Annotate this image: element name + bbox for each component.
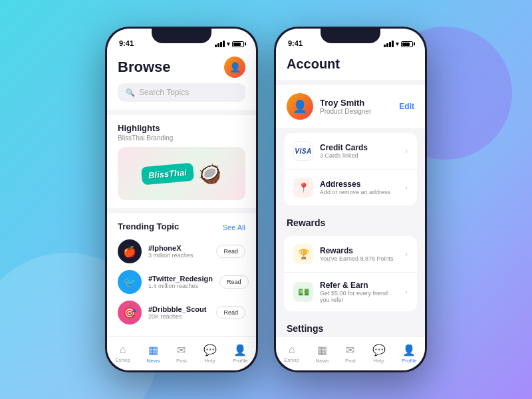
read-button-dribbble[interactable]: Read [216, 306, 245, 319]
highlights-title: Highlights [118, 123, 245, 133]
signal-icon [215, 41, 225, 47]
profile-icon-browse: 👤 [233, 344, 247, 356]
addresses-sub: Add or remove an address [320, 189, 398, 196]
user-role: Product Designer [320, 108, 392, 115]
nav-post-account[interactable]: ✉ Post [345, 344, 356, 364]
news-icon-account: ▦ [317, 344, 327, 356]
wifi-icon-account: ▾ [396, 41, 399, 47]
edit-profile-button[interactable]: Edit [399, 102, 414, 111]
notch [152, 29, 211, 43]
nav-eshop-browse[interactable]: ⌂ Eshop [115, 344, 130, 363]
credit-cards-text: Credit Cards 3 Cards linked [320, 143, 398, 159]
credit-cards-item[interactable]: VISA Credit Cards 3 Cards linked › [284, 133, 417, 170]
topic-name-twitter: #Twitter_Redesign [148, 275, 213, 283]
user-info: Troy Smith Product Designer [320, 98, 392, 115]
notch-account [321, 29, 380, 43]
wifi-icon: ▾ [227, 41, 230, 47]
highlights-sub: BlissThai Branding [118, 134, 245, 142]
chevron-refer: › [405, 287, 408, 297]
signal-icon-account [384, 41, 394, 47]
nav-help-browse[interactable]: 💬 Help [203, 344, 217, 364]
nav-profile-browse[interactable]: 👤 Profile [233, 344, 248, 364]
post-icon: ✉ [177, 344, 186, 356]
rewards-group: 🏆 Rewards You've Earned 8,876 Points › 💵… [284, 236, 417, 311]
refer-earn-item[interactable]: 💵 Refer & Earn Get $5.00 for every frien… [284, 273, 417, 311]
battery-icon-account [401, 41, 413, 47]
rewards-sub: You've Earned 8,876 Points [320, 255, 398, 262]
account-content-area: Account 👤 Troy Smith Product Designer Ed… [276, 50, 425, 336]
help-icon: 💬 [203, 344, 217, 356]
profile-icon-account: 👤 [402, 344, 416, 356]
refer-icon: 💵 [293, 282, 313, 302]
help-label: Help [204, 358, 215, 364]
account-phone: 9:41 ▾ Account 👤 [274, 27, 427, 372]
profile-label-browse: Profile [233, 358, 248, 364]
eshop-icon: ⌂ [120, 344, 126, 356]
profile-label-account: Profile [402, 358, 417, 364]
trending-header: Trending Topic See All [118, 221, 245, 233]
eshop-label-account: Eshop [284, 357, 299, 363]
credit-cards-title: Credit Cards [320, 143, 398, 152]
bottom-nav-browse: ⌂ Eshop ▦ News ✉ Post 💬 Help 👤 Profile [107, 336, 256, 370]
browse-title-text: Browse [118, 59, 170, 76]
search-placeholder: Search Topics [139, 88, 189, 97]
read-button-twitter[interactable]: Read [219, 275, 249, 289]
settings-section-header: Settings [276, 317, 425, 336]
search-icon: 🔍 [126, 88, 135, 97]
nav-help-account[interactable]: 💬 Help [372, 344, 386, 364]
chevron-credit: › [405, 146, 408, 156]
topic-reach-iphone: 3 million reaches [148, 252, 209, 259]
news-label: News [146, 358, 160, 364]
refer-earn-sub: Get $5.00 for every friend you refer [320, 290, 398, 303]
addresses-title: Addresses [320, 180, 398, 189]
time-browse: 9:41 [119, 39, 134, 47]
credit-cards-sub: 3 Cards linked [320, 152, 398, 159]
account-header: Account [276, 50, 425, 80]
bottom-nav-account: ⌂ Eshop ▦ News ✉ Post 💬 Help 👤 Profile [276, 336, 425, 370]
user-avatar-browse[interactable]: 👤 [224, 57, 245, 78]
topic-icon-apple: 🍎 [118, 239, 142, 263]
topic-text-iphone: #IphoneX 3 million reaches [148, 244, 209, 259]
see-all-link[interactable]: See All [223, 223, 245, 231]
search-bar[interactable]: 🔍 Search Topics [118, 83, 245, 102]
eshop-label: Eshop [115, 357, 130, 363]
browse-content-area: Browse 👤 🔍 Search Topics Highlights Blis… [107, 50, 256, 336]
refer-earn-title: Refer & Earn [320, 281, 398, 290]
highlights-section: Highlights BlissThai Branding BlissThai … [107, 115, 256, 208]
rewards-icon: 🏆 [293, 244, 313, 264]
rewards-title: Rewards [320, 246, 398, 255]
user-name: Troy Smith [320, 98, 392, 108]
trending-title: Trending Topic [118, 221, 179, 231]
read-button-iphone[interactable]: Read [216, 245, 245, 258]
highlight-card[interactable]: BlissThai 🥥 [118, 147, 245, 200]
time-account: 9:41 [288, 39, 303, 47]
refer-earn-text: Refer & Earn Get $5.00 for every friend … [320, 281, 398, 303]
user-avatar-account: 👤 [287, 93, 313, 120]
help-label-account: Help [373, 358, 384, 364]
topic-icon-twitter: 🐦 [118, 270, 142, 294]
chevron-address: › [405, 183, 408, 192]
nav-eshop-account[interactable]: ⌂ Eshop [284, 344, 299, 363]
rewards-item[interactable]: 🏆 Rewards You've Earned 8,876 Points › [284, 236, 417, 273]
nav-profile-account[interactable]: 👤 Profile [402, 344, 417, 364]
visa-icon: VISA [293, 141, 313, 161]
coconut-icon: 🥥 [198, 163, 221, 185]
nav-news-account[interactable]: ▦ News [315, 344, 329, 364]
post-icon-account: ✉ [346, 344, 354, 356]
topic-reach-twitter: 1.4 million reaches [148, 283, 213, 289]
address-icon: 📍 [293, 178, 313, 198]
post-label: Post [176, 358, 187, 364]
user-row: 👤 Troy Smith Product Designer Edit [276, 85, 425, 128]
nav-news-browse[interactable]: ▦ News [146, 344, 160, 364]
news-icon: ▦ [148, 344, 158, 356]
topic-item-dribbble: 🎯 #Dribbble_Scout 20K reaches Read [118, 301, 245, 325]
trending-section: Trending Topic See All 🍎 #IphoneX 3 mill… [107, 213, 256, 336]
topic-name-iphone: #IphoneX [148, 244, 209, 252]
topic-name-dribbble: #Dribbble_Scout [148, 305, 209, 313]
topic-text-twitter: #Twitter_Redesign 1.4 million reaches [148, 275, 213, 289]
topic-icon-dribbble: 🎯 [118, 301, 142, 325]
nav-post-browse[interactable]: ✉ Post [176, 344, 187, 364]
news-label-account: News [315, 358, 329, 364]
browse-title-row: Browse 👤 [118, 57, 245, 78]
addresses-item[interactable]: 📍 Addresses Add or remove an address › [284, 170, 417, 205]
